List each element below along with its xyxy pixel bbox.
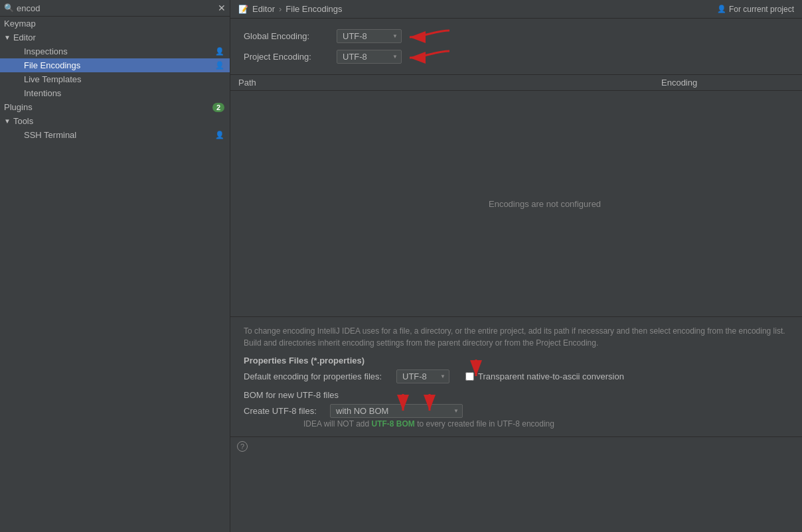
reset-icon: 👤 <box>215 47 224 56</box>
bom-select[interactable]: with NO BOM with BOM <box>330 404 463 418</box>
sidebar-item-editor[interactable]: ▼ Editor <box>0 31 230 44</box>
main-content: 📝 Editor › File Encodings 👤 For current … <box>230 0 802 532</box>
project-button-label: For current project <box>729 5 794 14</box>
bom-note: IDEA will NOT add UTF-8 BOM to every cre… <box>244 419 789 429</box>
properties-encoding-select-wrapper: UTF-8 UTF-16 <box>396 369 449 383</box>
project-encoding-label: Project Encoding: <box>244 52 330 62</box>
global-encoding-label: Global Encoding: <box>244 31 330 41</box>
global-encoding-select-wrapper: UTF-8 UTF-16 ISO-8859-1 <box>337 29 402 43</box>
sidebar-item-label: Inspections <box>24 46 68 56</box>
reset-icon: 👤 <box>215 61 224 70</box>
bom-select-wrapper: with NO BOM with BOM <box>330 404 463 418</box>
reset-icon: 👤 <box>215 131 224 139</box>
table-body: Encodings are not configured <box>230 91 802 316</box>
bom-row: Create UTF-8 files: with NO BOM with BOM <box>244 404 789 418</box>
sidebar-item-live-templates[interactable]: Live Templates <box>0 72 230 86</box>
encoding-column-header: Encoding <box>661 78 794 88</box>
settings-panel: Global Encoding: UTF-8 UTF-16 ISO-8859-1 <box>230 19 802 74</box>
bom-note-after: to every created file in UTF-8 encoding <box>415 419 554 429</box>
sidebar-item-label: Intentions <box>24 88 61 98</box>
sidebar-item-inspections[interactable]: Inspections 👤 <box>0 44 230 58</box>
bottom-bar: ? <box>230 436 802 456</box>
for-current-project-button[interactable]: 👤 For current project <box>717 5 794 14</box>
bom-create-label: Create UTF-8 files: <box>244 406 323 416</box>
empty-message: Encodings are not configured <box>489 199 601 209</box>
red-arrow-project <box>403 44 456 71</box>
properties-row: Default encoding for properties files: U… <box>244 369 789 383</box>
global-encoding-select[interactable]: UTF-8 UTF-16 ISO-8859-1 <box>337 29 402 43</box>
search-input[interactable]: encod <box>17 3 215 13</box>
transparent-checkbox-label[interactable]: Transparent native-to-ascii conversion <box>465 371 624 381</box>
project-icon: 👤 <box>717 5 726 13</box>
sidebar-item-label: Editor <box>13 33 36 42</box>
tools-arrow-icon: ▼ <box>4 117 11 125</box>
red-arrow-global <box>403 24 456 50</box>
sidebar-item-label: SSH Terminal <box>24 130 76 140</box>
transparent-checkbox[interactable] <box>465 372 474 381</box>
breadcrumb-bar: 📝 Editor › File Encodings 👤 For current … <box>230 0 802 19</box>
global-encoding-row: Global Encoding: UTF-8 UTF-16 ISO-8859-1 <box>244 29 789 43</box>
bom-note-before: IDEA will NOT add <box>303 419 371 429</box>
table-header: Path Encoding <box>230 74 802 91</box>
search-clear-button[interactable]: ✕ <box>218 3 226 13</box>
sidebar-item-label: Plugins <box>4 102 33 112</box>
search-icon: 🔍 <box>4 3 14 13</box>
default-encoding-label: Default encoding for properties files: <box>244 371 390 381</box>
sidebar-item-ssh-terminal[interactable]: SSH Terminal 👤 <box>0 128 230 142</box>
sidebar-item-label: File Encodings <box>24 60 80 70</box>
sidebar-item-tools[interactable]: ▼ Tools <box>0 114 230 128</box>
breadcrumb-separator: › <box>279 4 281 14</box>
editor-arrow-icon: ▼ <box>4 34 11 41</box>
sidebar: 🔍 encod ✕ Keymap ▼ Editor Inspections 👤 … <box>0 0 230 532</box>
path-column-header: Path <box>238 78 661 88</box>
sidebar-item-keymap[interactable]: Keymap <box>0 17 230 31</box>
sidebar-item-label: Tools <box>13 116 33 126</box>
bom-section-title: BOM for new UTF-8 files <box>244 390 789 400</box>
bom-note-highlight: UTF-8 BOM <box>371 419 414 429</box>
search-bar: 🔍 encod ✕ <box>0 0 230 17</box>
properties-section-title: Properties Files (*.properties) <box>244 356 789 366</box>
info-text: To change encoding IntelliJ IDEA uses fo… <box>244 325 789 349</box>
sidebar-item-file-encodings[interactable]: File Encodings 👤 <box>0 58 230 72</box>
bom-section: BOM for new UTF-8 files Create UTF-8 fil… <box>244 390 789 429</box>
bottom-section: To change encoding IntelliJ IDEA uses fo… <box>230 316 802 436</box>
breadcrumb-editor-icon: 📝 <box>238 5 248 14</box>
sidebar-item-label: Keymap <box>4 19 36 29</box>
sidebar-item-intentions[interactable]: Intentions <box>0 86 230 100</box>
project-encoding-select-wrapper: UTF-8 UTF-16 ISO-8859-1 <box>337 50 402 64</box>
help-label: ? <box>240 442 244 450</box>
properties-section: Properties Files (*.properties) Default … <box>244 356 789 383</box>
sidebar-item-label: Live Templates <box>24 74 81 84</box>
plugins-badge: 2 <box>212 103 224 112</box>
project-encoding-select[interactable]: UTF-8 UTF-16 ISO-8859-1 <box>337 50 402 64</box>
transparent-label: Transparent native-to-ascii conversion <box>478 371 624 381</box>
properties-encoding-select[interactable]: UTF-8 UTF-16 <box>396 369 449 383</box>
help-icon[interactable]: ? <box>237 441 248 452</box>
breadcrumb-parent: Editor <box>252 4 275 14</box>
sidebar-item-plugins[interactable]: Plugins 2 <box>0 100 230 114</box>
breadcrumb-current: File Encodings <box>285 4 342 14</box>
project-encoding-row: Project Encoding: UTF-8 UTF-16 ISO-8859-… <box>244 50 789 64</box>
